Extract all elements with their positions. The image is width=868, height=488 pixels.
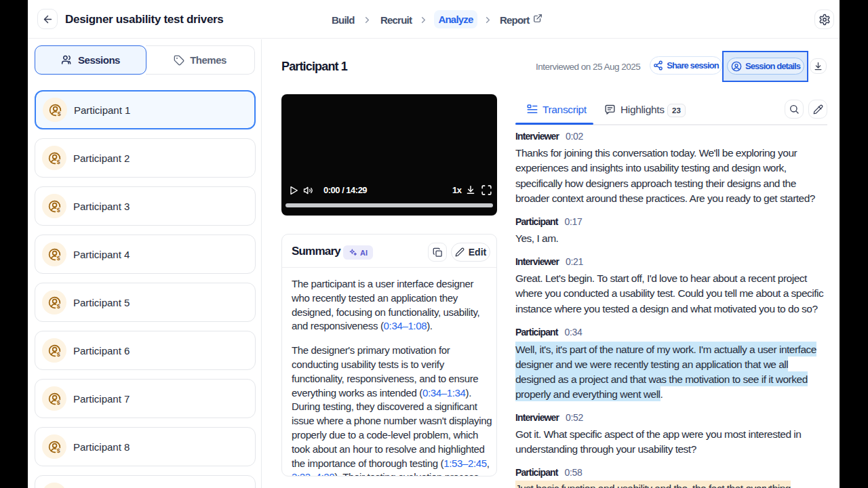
svg-text:$: $ bbox=[56, 159, 60, 165]
svg-text:$: $ bbox=[56, 399, 60, 406]
svg-text:$: $ bbox=[56, 255, 60, 262]
svg-text:$: $ bbox=[57, 110, 60, 117]
svg-text:$: $ bbox=[56, 351, 60, 358]
svg-text:$: $ bbox=[56, 303, 60, 310]
svg-text:$: $ bbox=[56, 447, 60, 454]
svg-text:$: $ bbox=[56, 207, 60, 214]
